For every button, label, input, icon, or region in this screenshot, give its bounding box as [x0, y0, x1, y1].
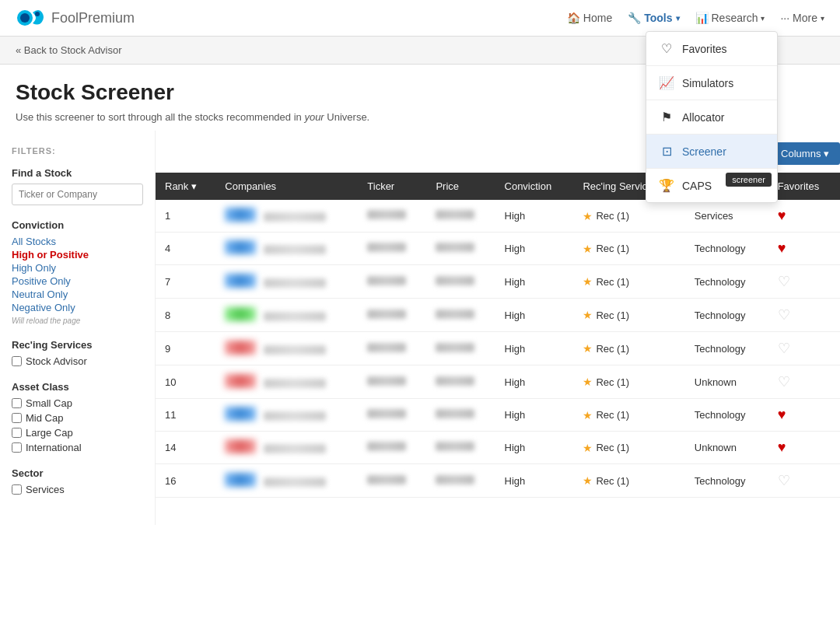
services-checkbox[interactable] — [12, 484, 22, 495]
small-cap-checkbox[interactable] — [12, 398, 22, 408]
cell-conviction: High — [495, 399, 574, 432]
cell-favorites[interactable]: ♥ — [768, 432, 840, 464]
data-table: Rank ▾ Companies Ticker Price Conviction… — [156, 173, 840, 498]
cell-rank: 11 — [156, 399, 215, 432]
heart-empty-icon[interactable]: ♡ — [778, 307, 790, 323]
large-cap-checkbox[interactable] — [12, 428, 22, 438]
company-logo — [225, 208, 256, 222]
rec-service: ★ Rec (1) — [583, 275, 675, 288]
conviction-all-stocks[interactable]: All Stocks — [12, 236, 143, 247]
dropdown-favorites[interactable]: ♡ Favorites — [646, 32, 777, 65]
tools-caret: ▾ — [676, 14, 680, 23]
heart-icon: ♡ — [659, 41, 674, 56]
cell-favorites[interactable]: ♡ — [768, 464, 840, 498]
col-favorites[interactable]: Favorites — [768, 173, 840, 200]
dropdown-screener[interactable]: ⊡ Screener — [646, 135, 777, 168]
heart-empty-icon[interactable]: ♡ — [778, 274, 790, 289]
recing-services-title: Rec'ing Services — [12, 339, 143, 351]
col-companies[interactable]: Companies — [215, 173, 358, 200]
cell-rank: 1 — [156, 200, 215, 233]
rec-service: ★ Rec (1) — [583, 309, 675, 321]
chart-icon: 📈 — [659, 75, 674, 90]
cell-favorites[interactable]: ♥ — [768, 399, 840, 432]
table-row: 9 High ★ Rec (1) Technology ♡ — [156, 332, 840, 365]
cell-rec: ★ Rec (1) — [573, 432, 684, 464]
international-checkbox[interactable] — [12, 442, 22, 453]
mid-cap-checkbox[interactable] — [12, 413, 22, 423]
star-icon: ★ — [583, 474, 593, 487]
conviction-neutral-only[interactable]: Neutral Only — [12, 289, 143, 300]
recing-stock-advisor: Stock Advisor — [12, 355, 143, 367]
cell-conviction: High — [495, 365, 574, 399]
table-row: 10 High ★ Rec (1) Unknown ♡ — [156, 365, 840, 399]
rec-service: ★ Rec (1) — [583, 474, 675, 487]
cell-ticker — [358, 299, 426, 332]
table-row: 8 High ★ Rec (1) Technology ♡ — [156, 299, 840, 332]
cell-ticker — [358, 200, 426, 233]
price-value — [436, 475, 474, 484]
nav-research[interactable]: 📊 Research ▾ — [695, 12, 765, 24]
table-row: 1 High ★ Rec (1) Services ♥ — [156, 200, 840, 233]
cell-sector: Technology — [685, 233, 768, 265]
nav-more[interactable]: ··· More ▾ — [780, 12, 824, 24]
asset-large-cap: Large Cap — [12, 427, 143, 439]
heart-filled-icon[interactable]: ♥ — [778, 407, 786, 422]
mid-cap-label: Mid Cap — [26, 412, 63, 424]
cell-price — [426, 299, 495, 332]
dropdown-simulators[interactable]: 📈 Simulators — [646, 66, 777, 100]
cell-ticker — [358, 399, 426, 432]
cell-sector: Technology — [685, 265, 768, 299]
rec-service: ★ Rec (1) — [583, 210, 675, 222]
cell-company — [215, 432, 358, 464]
cell-favorites[interactable]: ♡ — [768, 265, 840, 299]
conviction-negative-only[interactable]: Negative Only — [12, 302, 143, 313]
stock-advisor-checkbox[interactable] — [12, 356, 22, 366]
heart-filled-icon[interactable]: ♥ — [778, 439, 786, 455]
price-value — [436, 376, 474, 386]
col-price[interactable]: Price — [426, 173, 495, 200]
conviction-positive-only[interactable]: Positive Only — [12, 275, 143, 287]
conviction-high-or-positive[interactable]: High or Positive — [12, 249, 143, 261]
logo-area[interactable]: FoolPremium — [16, 6, 135, 30]
price-value — [436, 210, 474, 219]
ticker-input[interactable] — [12, 184, 143, 205]
tools-icon: 🔧 — [628, 12, 641, 24]
filters-label: FILTERS: — [12, 146, 143, 156]
col-conviction[interactable]: Conviction — [495, 173, 574, 200]
heart-filled-icon[interactable]: ♥ — [778, 208, 786, 223]
cell-favorites[interactable]: ♥ — [768, 200, 840, 233]
cell-company — [215, 365, 358, 399]
rec-service: ★ Rec (1) — [583, 243, 675, 255]
cell-conviction: High — [495, 432, 574, 464]
conviction-high-only[interactable]: High Only — [12, 262, 143, 274]
heart-empty-icon[interactable]: ♡ — [778, 374, 790, 390]
cell-sector: Unknown — [685, 365, 768, 399]
cell-rec: ★ Rec (1) — [573, 332, 684, 365]
ticker-value — [367, 475, 406, 484]
filter-find-stock: Find a Stock — [12, 167, 143, 205]
heart-empty-icon[interactable]: ♡ — [778, 341, 790, 356]
nav-home[interactable]: 🏠 Home — [567, 12, 612, 24]
screener-icon: ⊡ — [659, 144, 674, 159]
cell-favorites[interactable]: ♡ — [768, 365, 840, 399]
cell-price — [426, 200, 495, 233]
cell-favorites[interactable]: ♥ — [768, 233, 840, 265]
cell-favorites[interactable]: ♡ — [768, 299, 840, 332]
company-name — [264, 477, 326, 487]
heart-empty-icon[interactable]: ♡ — [778, 473, 790, 488]
price-value — [436, 343, 474, 352]
col-ticker[interactable]: Ticker — [358, 173, 426, 200]
dropdown-allocator[interactable]: ⚑ Allocator — [646, 100, 777, 134]
screener-tooltip: screener — [726, 173, 772, 187]
cell-sector: Services — [685, 200, 768, 233]
table-body: 1 High ★ Rec (1) Services ♥ 4 — [156, 200, 840, 498]
nav-tools[interactable]: 🔧 Tools ▾ — [628, 12, 679, 24]
cell-rank: 14 — [156, 432, 215, 464]
cell-sector: Technology — [685, 332, 768, 365]
svg-point-2 — [35, 12, 40, 16]
cell-favorites[interactable]: ♡ — [768, 332, 840, 365]
col-rank[interactable]: Rank ▾ — [156, 173, 215, 200]
heart-filled-icon[interactable]: ♥ — [778, 240, 786, 256]
find-stock-title: Find a Stock — [12, 167, 143, 179]
star-icon: ★ — [583, 409, 593, 421]
